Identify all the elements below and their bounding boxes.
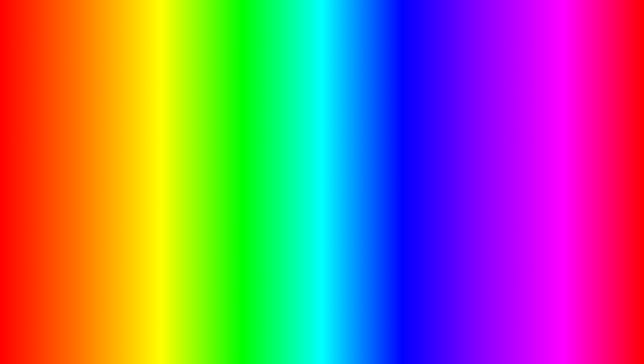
dist-y-row: 30/100 [131,202,169,208]
third-sea-item-4: Auto Holy Torch [444,138,523,143]
fs-item-1: Auto Death Step [527,121,606,127]
redeem-codes-button[interactable]: Redeem x2 Codes [131,150,169,158]
mob-aura-label: Mob Aura [61,136,102,142]
boss-select-field[interactable]: -- [61,156,102,163]
dist-z-bar[interactable] [131,216,157,218]
auto-active-buso-label: Auto Active Buso [135,169,168,175]
r-nav-misc[interactable]: Miscellaneous [529,107,555,111]
third-sea-item-2: Auto Ken-Haki V2 [444,127,523,132]
third-sea-item-8: Auto Hallow Scythe [444,160,523,165]
kill-percent-label: Kill Percent for [ Mastery ] [61,203,102,214]
logo-text-group: X [555,331,566,348]
distance-z-label: Distance Z [131,208,169,214]
nav-general[interactable]: General [61,107,75,111]
obs-section-header: [ Observation ] [61,218,102,224]
auto-rejoin-label: Auto Rejoin when Kick [135,159,169,169]
blob-4 [203,103,270,153]
left-window-title: Shadow Hu [61,101,79,105]
dist-x-bar[interactable] [131,193,157,195]
auto-farm-boss-button[interactable]: Auto Farm Boss [61,173,102,181]
dist-x-val: 0/100 [158,191,168,197]
nav-ui[interactable]: UI [175,107,179,111]
logo-x-text: X [555,331,566,348]
auto-farm-checkbox[interactable] [61,132,64,135]
main-col: Main Quest : CandyQuest1 | Level : 2 Aut… [58,112,105,226]
right-window-title: Shadow Hu [444,101,462,105]
auto-active-buso-checkbox[interactable] [131,170,134,174]
nav-automatics[interactable]: Automatics [78,107,98,111]
background-scene: BLOX FRUITS MASTERY BEST TOP 0:30:14 [3,3,641,361]
dist-y-bar[interactable] [131,204,155,206]
third-sea-item-13: Auto Elite Hunter [444,187,523,193]
r-nav-ui[interactable]: UI [559,107,563,111]
third-sea-item-9: Auto Cavander [444,165,523,171]
title-container: BLOX FRUITS [3,8,641,56]
third-sea-item-5: Auto Farm Bone [444,143,523,149]
second-sea-item-1: Auto Farm Ectoplasm [527,180,606,186]
main-col-header: Main [61,114,102,120]
dist-y-val: 30/100 [156,202,168,208]
stats-col-header: Stats [174,114,195,120]
fs-item-3: Auto Sharkman Karate [527,132,606,138]
weapon-select-field[interactable]: Melee [131,127,169,134]
auto-farm-text: AUTO FARM [106,319,290,353]
auto-farm-item[interactable]: Auto Farm (Level) [61,131,102,136]
material-col: Material Level : 2 [105,112,128,226]
blob-1 [19,254,59,295]
special-item-1: Auto Cursed Dual Katana [444,206,523,211]
fighting-styles-col: Fighting Styles Auto Death Step Auto Sup… [525,112,608,228]
auto-active-buso-item[interactable]: Auto Active Buso [131,169,169,175]
svg-rect-8 [309,259,319,266]
auto-rejoin-checkbox[interactable] [131,162,134,166]
r-nav-automatics[interactable]: Automatics [462,107,482,111]
select-boss-label: Select Boss [61,149,102,155]
svg-rect-7 [283,259,293,266]
right-game-panel: Shadow Hu 03, 2 General Automatics Visua… [441,100,608,230]
r-nav-combat[interactable]: Combat [503,107,515,111]
mastery-skill-row: Mastery Skill [61,182,102,188]
third-sea-item-3: Auto Serpent Bow [444,132,523,138]
fast-attack-checkbox[interactable] [131,181,134,184]
legendary-section-header: [ Legendary Sword/Haki ] [131,220,169,226]
third-sea-col: Third Sea Auto Musketeer Hat Auto Ken-Ha… [442,112,525,228]
nav-misc[interactable]: Miscellaneous [146,107,172,111]
svg-point-14 [311,266,321,276]
bring-monster-checkbox[interactable] [131,176,134,179]
second-sea-item-3: Auto Swan Glasses [527,191,606,197]
nav-visuals[interactable]: Visuals [102,107,116,111]
r-nav-general[interactable]: General [444,107,458,111]
refresh-boss-button[interactable]: Refresh Boss [61,164,102,172]
ken-range-label: Ken Range Lv. : 701 [61,225,102,226]
one-piece-logo-icon: ☠ [530,328,553,351]
right-panel-nav[interactable]: General Automatics Visuals Combat Shop M… [442,106,607,112]
dist-z-row: 0/100 [131,214,169,219]
svg-point-13 [283,266,293,276]
left-panel-nav[interactable]: General Automatics Visuals Combat Shop M… [58,106,197,112]
level-label: Level : 2 [108,120,125,132]
fs-item-5: Auto Dragon Talon [527,143,606,149]
r-nav-shop[interactable]: Shop [518,107,526,111]
third-sea-item-6: Auto Buddy Sword [444,149,523,154]
auto-farm-fruit-label: Auto Farm Fruit Mastery [61,188,102,199]
title-blox-fruits: BLOX FRUITS [3,8,641,56]
auto-farm-label: Auto Farm (Level) [66,131,100,136]
fs-item-4: Auto Electric Claw [527,138,606,143]
material-col-header: Material [108,114,125,120]
third-sea-item-7: Auto Yama [444,154,523,160]
r-nav-visuals[interactable]: Visuals [485,107,499,111]
second-sea-item-5: Auto Dark Beard [527,202,606,208]
script-text: SCRIPT [297,323,376,348]
fast-attack-item[interactable]: Fast Attack [131,180,169,185]
fs-item-2: Auto Super Human [527,127,606,132]
bring-monster-item[interactable]: Bring Monster [131,175,169,180]
attack-delay-field[interactable]: 0.1 [131,141,169,149]
nav-combat[interactable]: Combat [119,107,131,111]
distance-y-label: Distance Y [131,197,169,202]
third-sea-item-10: Auto Tushita [444,171,523,176]
auto-rejoin-item[interactable]: Auto Rejoin when Kick [131,159,169,169]
special-header: [ Special ] [444,199,523,205]
third-sea-item-12: Auto Cake Prince [444,182,523,187]
bring-monster-label: Bring Monster [135,175,162,180]
nav-shop[interactable]: Shop [134,107,142,111]
globe-icon [458,261,495,298]
